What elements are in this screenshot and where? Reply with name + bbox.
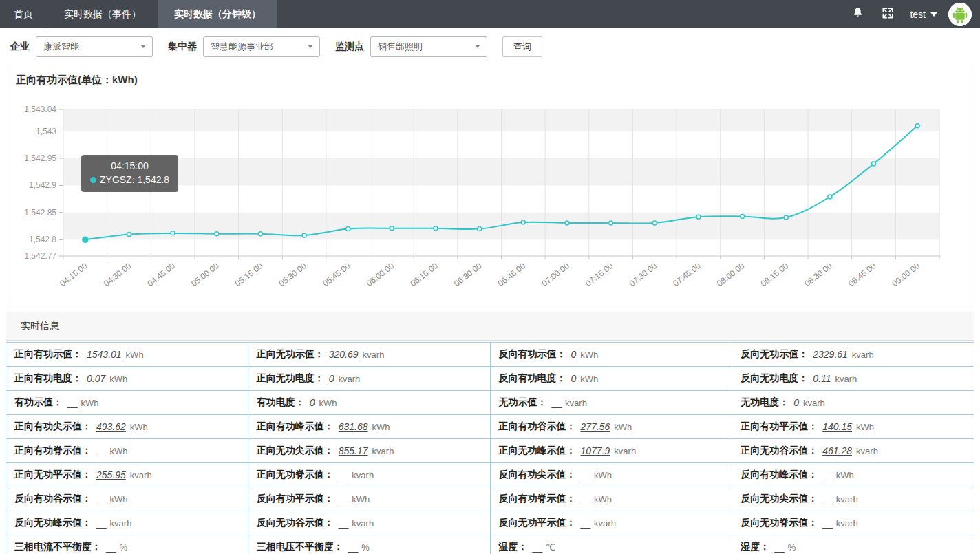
rt-cell-label: 正向有功峰示值： <box>257 420 334 433</box>
rt-cell-label: 反向无功平示值： <box>499 517 576 529</box>
rt-cell: 无功电度：0kvarh <box>732 391 974 415</box>
x-tick-label: 07:30:00 <box>628 261 659 288</box>
query-button[interactable]: 查询 <box>502 36 542 57</box>
rt-value-link[interactable]: __ <box>96 493 106 504</box>
rt-cell-label: 有功示值： <box>14 396 63 409</box>
rt-value-link[interactable]: __ <box>822 469 832 480</box>
android-avatar[interactable] <box>948 3 972 26</box>
rt-value-link[interactable]: 2329.61 <box>813 349 848 360</box>
rt-cell-label: 正向有功尖示值： <box>14 420 92 433</box>
rt-value-link[interactable]: __ <box>581 518 590 529</box>
rt-value-link[interactable]: 1543.01 <box>87 349 122 360</box>
rt-value-link[interactable]: 461.28 <box>822 445 852 456</box>
rt-cell: 正向无功平示值：255.95kvarh <box>6 463 248 487</box>
y-tick-label: 1,542.85 <box>24 208 56 217</box>
rt-cell-label: 正向无功谷示值： <box>741 445 818 457</box>
rt-unit: kvarh <box>130 470 152 480</box>
rt-value-link[interactable]: __ <box>581 469 590 480</box>
rt-value-link[interactable]: 631.68 <box>339 421 368 432</box>
monitor-point-select[interactable]: 销售部照明 <box>370 36 487 57</box>
rt-value-link[interactable]: 255.95 <box>96 469 126 480</box>
rt-value-link[interactable]: __ <box>67 397 77 408</box>
rt-cell: 有功电度：0kWh <box>248 391 491 415</box>
monitor-point-select-group: 监测点销售部照明 <box>335 36 487 57</box>
concentrator-select[interactable]: 智慧能源事业部 <box>203 36 320 57</box>
rt-value-link[interactable]: 0 <box>329 373 334 384</box>
rt-cell: 正向有功谷示值：277.56kWh <box>491 415 733 439</box>
rt-value-link[interactable]: __ <box>96 518 106 529</box>
rt-unit: kWh <box>130 422 148 432</box>
rt-value-link[interactable]: __ <box>581 493 590 504</box>
rt-value-link[interactable]: 0 <box>571 349 577 360</box>
rt-cell-label: 正向无功平示值： <box>14 469 92 481</box>
nav-tab-realtime-minute[interactable]: 实时数据（分钟级） <box>158 0 277 28</box>
rt-unit: kWh <box>836 470 854 480</box>
rt-cell: 反向有功谷示值：__kWh <box>6 487 248 511</box>
rt-value-link[interactable]: 493.62 <box>96 421 126 432</box>
x-tick-label: 06:30:00 <box>452 261 484 288</box>
rt-value-link[interactable]: __ <box>822 518 832 529</box>
rt-cell: 反向无功电度：0.11kvarh <box>732 367 974 391</box>
rt-cell-label: 反向无功谷示值： <box>257 517 334 529</box>
rt-unit: kWh <box>580 350 598 360</box>
rt-value-link[interactable]: 0.11 <box>813 373 831 384</box>
rt-cell-label: 无功电度： <box>741 396 789 409</box>
rt-value-link[interactable]: 1077.9 <box>581 445 610 456</box>
rt-cell: 正向有功电度：0.07kWh <box>6 367 248 391</box>
rt-value-link[interactable]: 0 <box>793 397 799 408</box>
rt-value-link[interactable]: __ <box>533 542 542 553</box>
rt-unit: kWh <box>856 422 874 432</box>
rt-value-link[interactable]: 320.69 <box>329 349 359 360</box>
nav-tab-realtime-event[interactable]: 实时数据（事件） <box>47 0 158 28</box>
filter-bar: 企业康派智能集中器智慧能源事业部监测点销售部照明 查询 <box>0 28 980 65</box>
notifications-button[interactable] <box>842 6 873 22</box>
rt-value-link[interactable]: __ <box>339 493 348 504</box>
rt-value-link[interactable]: __ <box>96 445 106 456</box>
rt-value-link[interactable]: __ <box>348 542 358 553</box>
rt-cell-label: 正向有功谷示值： <box>499 420 576 433</box>
rt-value-link[interactable]: __ <box>552 397 562 408</box>
data-point <box>346 227 350 231</box>
chart-panel: 正向有功示值(单位：kWh) 1,543.041,5431,542.951,54… <box>6 67 974 306</box>
rt-value-link[interactable]: 277.56 <box>581 421 610 432</box>
nav-tab-home[interactable]: 首页 <box>0 0 47 28</box>
rt-cell: 湿度：__% <box>732 535 974 554</box>
data-point <box>478 227 482 231</box>
chevron-down-icon <box>930 12 937 17</box>
rt-value-link[interactable]: __ <box>339 469 348 480</box>
enterprise-select[interactable]: 康派智能 <box>36 36 153 57</box>
rt-cell: 正向无功示值：320.69kvarh <box>248 343 491 367</box>
rt-cell-label: 反向有功电度： <box>499 372 566 385</box>
rt-value-link[interactable]: __ <box>774 542 784 553</box>
concentrator-select-value: 智慧能源事业部 <box>211 41 273 53</box>
x-tick-label: 06:15:00 <box>408 261 440 288</box>
filter-groups: 企业康派智能集中器智慧能源事业部监测点销售部照明 <box>10 36 502 57</box>
rt-unit: kvarh <box>594 518 616 529</box>
rt-value-link[interactable]: 0.07 <box>87 373 105 384</box>
rt-cell: 正向有功尖示值：493.62kWh <box>6 415 248 439</box>
y-tick-label: 1,542.77 <box>24 251 56 261</box>
x-tick-label: 06:45:00 <box>496 261 528 288</box>
rt-cell: 反向有功平示值：__kWh <box>248 487 491 511</box>
rt-value-link[interactable]: 0 <box>571 373 577 384</box>
user-menu[interactable]: test <box>910 9 937 20</box>
rt-unit: kvarh <box>565 398 587 408</box>
rt-value-link[interactable]: __ <box>106 542 116 553</box>
rt-unit: kWh <box>594 494 612 504</box>
rt-unit: kWh <box>372 422 390 432</box>
rt-cell-label: 反向无功电度： <box>741 372 808 385</box>
data-point <box>434 226 438 231</box>
x-tick-label: 04:15:00 <box>58 261 89 288</box>
rt-cell-label: 正向有功脊示值： <box>14 445 92 457</box>
rt-cell: 三相电流不平衡度：__% <box>6 535 248 554</box>
rt-cell-label: 正向有功电度： <box>14 372 82 385</box>
rt-unit: kWh <box>110 494 128 504</box>
rt-value-link[interactable]: 0 <box>310 397 315 408</box>
fullscreen-button[interactable] <box>873 7 903 22</box>
rt-value-link[interactable]: __ <box>822 493 832 504</box>
realtime-line-chart[interactable]: 1,543.041,5431,542.951,542.91,542.851,54… <box>6 89 974 304</box>
rt-value-link[interactable]: 140.15 <box>822 421 852 432</box>
rt-value-link[interactable]: __ <box>339 518 348 529</box>
rt-cell: 反向无功平示值：__kvarh <box>491 511 733 535</box>
rt-value-link[interactable]: 855.17 <box>339 445 368 456</box>
